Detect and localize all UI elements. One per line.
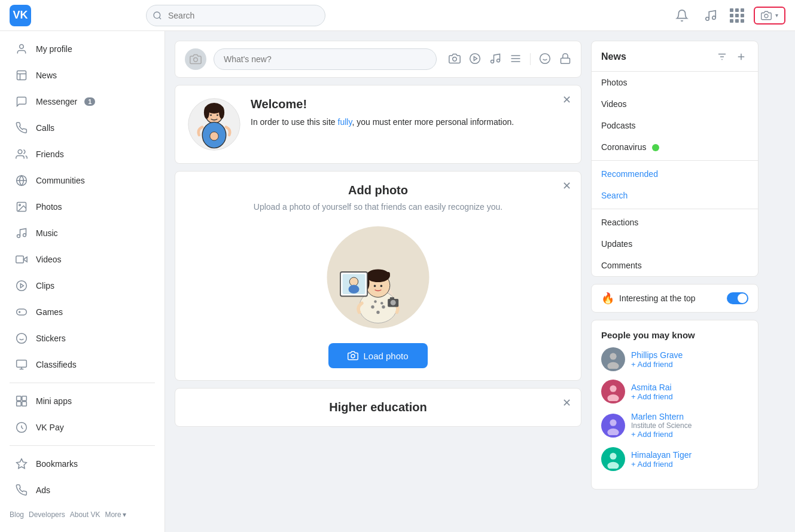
sidebar-item-stickers[interactable]: Stickers — [5, 325, 160, 351]
svg-rect-4 — [17, 71, 26, 80]
svg-point-13 — [17, 281, 27, 291]
sidebar-item-vk-pay[interactable]: VK Pay — [5, 414, 160, 441]
sidebar-item-games[interactable]: Games — [5, 299, 160, 325]
news-item-search[interactable]: Search — [592, 185, 758, 206]
post-list-icon[interactable] — [510, 53, 522, 66]
footer-blog-link[interactable]: Blog — [10, 510, 24, 519]
person-add-2[interactable]: + Add friend — [631, 430, 748, 439]
footer-more-link[interactable]: More ▾ — [105, 510, 126, 519]
svg-point-63 — [349, 277, 358, 286]
news-filter-icon[interactable] — [715, 50, 729, 64]
messenger-badge: 1 — [84, 97, 95, 106]
svg-point-53 — [382, 305, 385, 308]
friends-icon — [14, 147, 29, 161]
bell-icon[interactable] — [672, 6, 692, 25]
toggle-knob — [738, 293, 747, 303]
add-photo-illustration — [324, 224, 432, 331]
svg-point-30 — [491, 60, 494, 63]
sidebar-item-calls[interactable]: Calls — [5, 115, 160, 141]
sidebar-item-bookmarks[interactable]: Bookmarks — [5, 451, 160, 477]
add-photo-close-button[interactable]: ✕ — [559, 179, 574, 193]
svg-point-9 — [17, 235, 20, 238]
search-input[interactable] — [146, 5, 325, 26]
sidebar-item-music[interactable]: Music — [5, 220, 160, 246]
sidebar-item-clips[interactable]: Clips — [5, 273, 160, 299]
sidebar-label-calls: Calls — [36, 123, 54, 133]
music-icon[interactable] — [701, 6, 720, 25]
news-panel-header: News — [592, 41, 758, 72]
stickers-icon — [14, 331, 29, 346]
news-divider-2 — [592, 209, 758, 209]
sidebar-item-mini-apps[interactable]: Mini apps — [5, 388, 160, 414]
topbar-camera-button[interactable]: ▾ — [754, 7, 785, 25]
news-item-reactions[interactable]: Reactions — [592, 212, 758, 233]
person-add-3[interactable]: + Add friend — [631, 460, 748, 469]
footer-about-link[interactable]: About VK — [70, 510, 100, 519]
welcome-close-button[interactable]: ✕ — [559, 93, 574, 107]
svg-rect-38 — [561, 58, 570, 63]
higher-education-card: ✕ Higher education — [175, 388, 581, 427]
footer-developers-link[interactable]: Developers — [29, 510, 65, 519]
svg-point-35 — [540, 53, 550, 63]
svg-point-75 — [610, 353, 616, 360]
sidebar-item-news[interactable]: News — [5, 62, 160, 88]
svg-point-8 — [19, 204, 20, 206]
load-photo-button[interactable]: Load photo — [328, 343, 427, 368]
person-item-3: Himalayan Tiger + Add friend — [601, 447, 748, 471]
add-photo-card: ✕ Add photo Upload a photo of yourself s… — [175, 171, 581, 381]
news-item-videos[interactable]: Videos — [592, 93, 758, 115]
welcome-text: In order to use this site fully, you mus… — [251, 116, 514, 129]
person-add-1[interactable]: + Add friend — [631, 392, 748, 401]
person-name-0[interactable]: Phillips Grave — [631, 350, 748, 360]
news-item-recommended[interactable]: Recommended — [592, 163, 758, 185]
news-item-podcasts[interactable]: Podcasts — [592, 115, 758, 136]
music-nav-icon — [14, 226, 29, 240]
feed: ✕ — [175, 41, 581, 522]
sidebar-footer: Blog Developers About VK More ▾ — [0, 503, 165, 526]
sidebar-item-messenger[interactable]: Messenger 1 — [5, 88, 160, 115]
post-lock-icon[interactable] — [559, 53, 571, 66]
people-panel: People you may know Phillips Grave + Add… — [591, 320, 759, 490]
post-video-icon[interactable] — [469, 53, 481, 66]
vk-logo[interactable]: VK — [10, 5, 31, 26]
svg-rect-67 — [390, 297, 394, 300]
sidebar-item-videos[interactable]: Videos — [5, 246, 160, 273]
grid-menu-icon[interactable] — [730, 8, 744, 23]
interesting-toggle[interactable] — [727, 292, 748, 304]
news-item-updates[interactable]: Updates — [592, 233, 758, 255]
right-sidebar: News Photos Videos Podcasts — [591, 41, 759, 522]
sidebar-item-my-profile[interactable]: My profile — [5, 36, 160, 62]
sidebar-item-ads[interactable]: Ads — [5, 477, 160, 503]
news-item-comments[interactable]: Comments — [592, 255, 758, 276]
person-item-1: Asmita Rai + Add friend — [601, 380, 748, 403]
person-avatar-3 — [601, 447, 625, 471]
sidebar-label-stickers: Stickers — [36, 334, 66, 343]
svg-rect-20 — [17, 396, 22, 401]
mini-apps-icon — [14, 394, 29, 408]
welcome-link[interactable]: fully — [338, 117, 352, 127]
person-name-1[interactable]: Asmita Rai — [631, 383, 748, 392]
svg-point-27 — [453, 57, 457, 61]
higher-edu-close-button[interactable]: ✕ — [559, 396, 574, 410]
svg-point-59 — [374, 285, 376, 288]
sidebar-item-photos[interactable]: Photos — [5, 194, 160, 220]
person-avatar-0 — [601, 347, 625, 371]
post-photo-icon[interactable] — [449, 53, 461, 66]
sidebar-item-communities[interactable]: Communities — [5, 167, 160, 194]
news-header-icons — [715, 50, 748, 71]
post-input[interactable] — [214, 48, 437, 70]
sidebar-item-friends[interactable]: Friends — [5, 141, 160, 167]
svg-rect-22 — [17, 402, 22, 406]
news-item-photos[interactable]: Photos — [592, 72, 758, 93]
sidebar-item-classifieds[interactable]: Classifieds — [5, 351, 160, 378]
vk-pay-icon — [14, 420, 29, 435]
person-add-0[interactable]: + Add friend — [631, 360, 748, 369]
post-emoji-icon[interactable] — [539, 53, 551, 66]
person-name-3[interactable]: Himalayan Tiger — [631, 450, 748, 460]
person-name-2[interactable]: Marlen Shtern — [631, 412, 748, 421]
sidebar-label-my-profile: My profile — [36, 44, 72, 54]
post-music-icon[interactable] — [489, 53, 501, 66]
phone-icon — [14, 121, 29, 135]
news-add-icon[interactable] — [734, 50, 748, 64]
news-item-coronavirus[interactable]: Coronavirus — [592, 136, 758, 158]
